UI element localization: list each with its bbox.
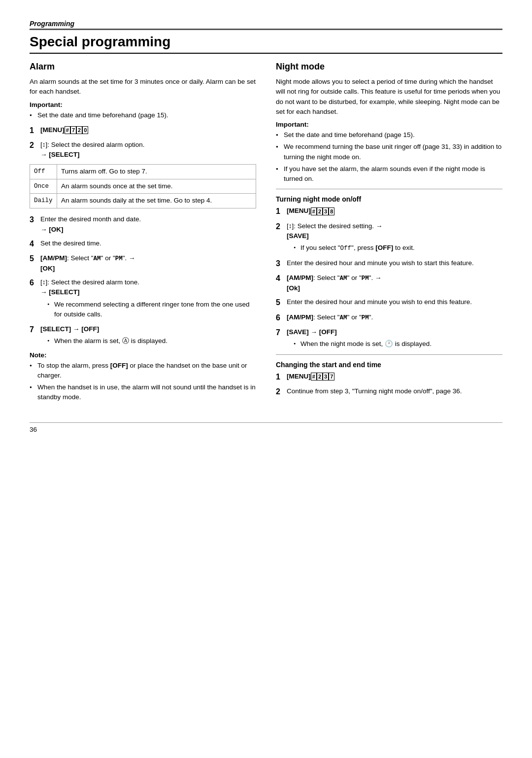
table-cell-desc: Turns alarm off. Go to step 7. [57, 164, 256, 179]
alarm-step-6: 6 [↕]: Select the desired alarm tone. → … [30, 277, 256, 320]
night-mode-intro: Night mode allows you to select a period… [276, 77, 502, 117]
change-step-1: 1 [MENU]#237 [276, 372, 502, 382]
alarm-notes-list: To stop the alarm, press [OFF] or place … [30, 361, 256, 403]
night-step-1: 1 [MENU]#238 [276, 206, 502, 217]
right-column: Night mode Night mode allows you to sele… [276, 62, 502, 408]
alarm-note-label: Note: [30, 351, 256, 359]
alarm-step6-bullet-1: We recommend selecting a different ringe… [47, 300, 256, 320]
night-step-3: 3 Enter the desired hour and minute you … [276, 258, 502, 269]
changing-title: Changing the start and end time [276, 361, 502, 369]
night-important-list: Set the date and time beforehand (page 1… [276, 130, 502, 184]
alarm-step7-bullets: When the alarm is set, Ⓐ is displayed. [40, 336, 256, 346]
night-important-item-2: We recommend turning the base unit ringe… [276, 142, 502, 162]
alarm-note-1: To stop the alarm, press [OFF] or place … [30, 361, 256, 381]
table-cell-key: Off [30, 164, 57, 179]
alarm-option-table: Off Turns alarm off. Go to step 7. Once … [30, 164, 256, 209]
night-important-label: Important: [276, 121, 502, 128]
turning-rule [276, 189, 502, 189]
table-cell-key: Once [30, 179, 57, 194]
alarm-step-1: 1 [MENU]#720 [30, 125, 256, 136]
night-step-6: 6 [AM/PM]: Select "AM" or "PM". [276, 312, 502, 323]
table-row: Once An alarm sounds once at the set tim… [30, 179, 256, 194]
night-important-item-1: Set the date and time beforehand (page 1… [276, 130, 502, 140]
night-step2-bullets: If you select "Off", press [OFF] to exit… [287, 243, 502, 253]
table-row: Off Turns alarm off. Go to step 7. [30, 164, 256, 179]
night-step7-bullet-1: When the night mode is set, 🕐 is display… [294, 339, 502, 349]
table-cell-desc: An alarm sounds daily at the set time. G… [57, 194, 256, 208]
night-step7-bullets: When the night mode is set, 🕐 is display… [287, 339, 502, 349]
night-step-7: 7 [SAVE] → [OFF] When the night mode is … [276, 327, 502, 350]
alarm-step7-bullet-1: When the alarm is set, Ⓐ is displayed. [47, 336, 256, 346]
table-row: Daily An alarm sounds daily at the set t… [30, 194, 256, 208]
left-column: Alarm An alarm sounds at the set time fo… [30, 62, 256, 408]
content-columns: Alarm An alarm sounds at the set time fo… [30, 62, 502, 408]
alarm-intro: An alarm sounds at the set time for 3 mi… [30, 77, 256, 97]
page-footer: 36 [30, 422, 502, 433]
change-step-2: 2 Continue from step 3, "Turning night m… [276, 386, 502, 397]
night-mode-title: Night mode [276, 62, 502, 72]
alarm-step2-text: [↕]: Select the desired alarm option. → … [40, 141, 145, 158]
alarm-title: Alarm [30, 62, 256, 72]
alarm-step-2: 2 [↕]: Select the desired alarm option. … [30, 140, 256, 160]
page-number: 36 [30, 426, 37, 433]
night-step2-bullet-1: If you select "Off", press [OFF] to exit… [294, 243, 502, 253]
alarm-step-4: 4 Set the desired time. [30, 239, 256, 249]
section-label: Programming [30, 20, 502, 28]
night-step-5: 5 Enter the desired hour and minute you … [276, 297, 502, 308]
page-header: Programming [30, 20, 502, 30]
night-step-4: 4 [AM/PM]: Select "AM" or "PM". → [Ok] [276, 273, 502, 293]
turning-title: Turning night mode on/off [276, 195, 502, 203]
alarm-step-5: 5 [AM/PM]: Select "AM" or "PM". → [OK] [30, 253, 256, 274]
changing-rule [276, 354, 502, 355]
alarm-important-list: Set the date and time beforehand (page 1… [30, 110, 256, 120]
alarm-important-item-1: Set the date and time beforehand (page 1… [30, 110, 256, 120]
night-step-2: 2 [↕]: Select the desired setting. → [SA… [276, 221, 502, 254]
alarm-step-7: 7 [SELECT] → [OFF] When the alarm is set… [30, 324, 256, 347]
alarm-step1-label: [MENU]#720 [40, 126, 88, 134]
title-divider [30, 53, 502, 54]
header-divider [30, 29, 502, 30]
alarm-step-3: 3 Enter the desired month and date. → [O… [30, 214, 256, 235]
table-cell-key: Daily [30, 194, 57, 208]
alarm-step6-bullets: We recommend selecting a different ringe… [40, 300, 256, 320]
night-important-item-3: If you have set the alarm, the alarm sou… [276, 164, 502, 184]
alarm-important-label: Important: [30, 101, 256, 108]
alarm-note-2: When the handset is in use, the alarm wi… [30, 382, 256, 403]
main-title: Special programming [30, 34, 502, 50]
table-cell-desc: An alarm sounds once at the set time. [57, 179, 256, 194]
